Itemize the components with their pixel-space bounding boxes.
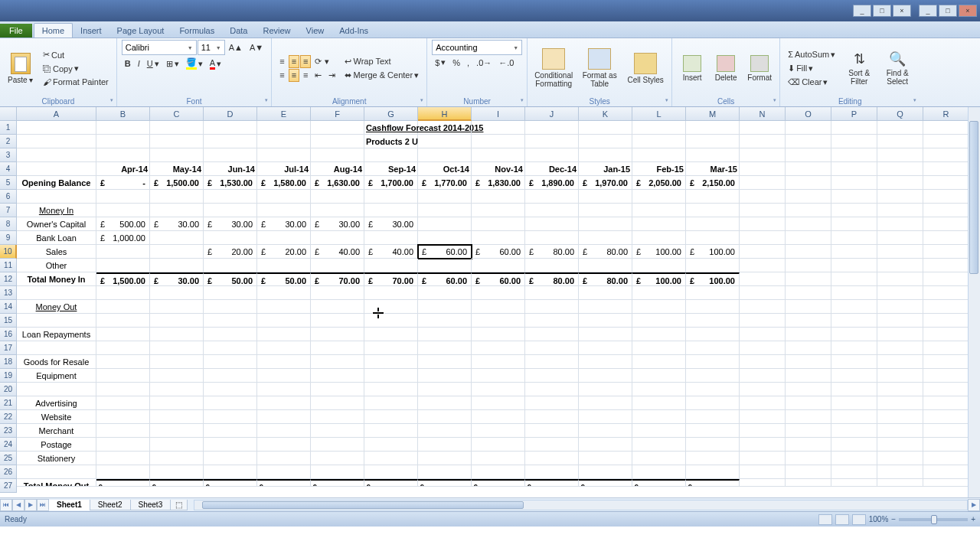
- cell-M3[interactable]: [686, 148, 740, 162]
- cell-R8[interactable]: [923, 217, 969, 231]
- cell-J2[interactable]: [525, 135, 579, 148]
- cell-E9[interactable]: [257, 231, 311, 245]
- cell-E12[interactable]: £50.00: [257, 272, 311, 286]
- cell-Q18[interactable]: [877, 355, 923, 369]
- fill-color-button[interactable]: 🪣 ▾: [183, 56, 206, 71]
- cell-P27[interactable]: [831, 479, 877, 487]
- cell-O27[interactable]: [786, 479, 831, 487]
- cell-Q14[interactable]: [877, 300, 923, 314]
- cell-K6[interactable]: [579, 190, 632, 204]
- cell-P13[interactable]: [831, 286, 877, 300]
- row-header-25[interactable]: 25: [0, 452, 17, 465]
- cell-L18[interactable]: [632, 355, 686, 369]
- cell-M20[interactable]: [686, 383, 740, 396]
- cell-H4[interactable]: Oct-14: [418, 162, 472, 176]
- row-header-2[interactable]: 2: [0, 135, 17, 148]
- cell-Q15[interactable]: [877, 314, 923, 328]
- cell-B12[interactable]: £1,500.00: [96, 272, 150, 286]
- cell-A20[interactable]: [17, 383, 96, 396]
- cell-H21[interactable]: [418, 396, 472, 410]
- cell-M1[interactable]: [686, 121, 740, 135]
- cell-G19[interactable]: [364, 369, 418, 383]
- cell-G4[interactable]: Sep-14: [364, 162, 418, 176]
- cell-Q21[interactable]: [877, 396, 923, 410]
- cell-D24[interactable]: [204, 438, 257, 452]
- row-header-5[interactable]: 5: [0, 176, 17, 190]
- cell-O20[interactable]: [786, 383, 831, 396]
- cell-I18[interactable]: [472, 355, 525, 369]
- cell-M17[interactable]: [686, 341, 740, 355]
- font-name-select[interactable]: Calibri▼: [122, 40, 197, 55]
- cell-I4[interactable]: Nov-14: [472, 162, 525, 176]
- workbook-close-button[interactable]: ×: [893, 5, 911, 17]
- row-header-10[interactable]: 10: [0, 245, 17, 259]
- column-header-G[interactable]: G: [364, 107, 418, 121]
- cell-B19[interactable]: [96, 369, 150, 383]
- cell-E10[interactable]: £20.00: [257, 245, 311, 259]
- cell-I9[interactable]: [472, 231, 525, 245]
- select-all-corner[interactable]: [0, 107, 17, 121]
- cell-L4[interactable]: Feb-15: [632, 162, 686, 176]
- align-top-button[interactable]: ≡: [276, 55, 287, 68]
- cell-H8[interactable]: [418, 217, 472, 231]
- cell-N4[interactable]: [740, 162, 786, 176]
- cell-A11[interactable]: Other: [17, 259, 96, 272]
- cell-J8[interactable]: [525, 217, 579, 231]
- cell-H19[interactable]: [418, 369, 472, 383]
- cell-G3[interactable]: [364, 148, 418, 162]
- align-center-button[interactable]: ≡: [289, 69, 299, 82]
- cell-H26[interactable]: [418, 465, 472, 479]
- delete-cells-button[interactable]: Delete: [710, 54, 741, 83]
- cell-C8[interactable]: £30.00: [150, 217, 204, 231]
- cell-E25[interactable]: [257, 452, 311, 465]
- cell-C23[interactable]: [150, 424, 204, 438]
- tab-addins[interactable]: Add-Ins: [332, 24, 376, 37]
- tab-data[interactable]: Data: [222, 24, 255, 37]
- cell-O4[interactable]: [786, 162, 831, 176]
- cell-C19[interactable]: [150, 369, 204, 383]
- cell-B10[interactable]: [96, 245, 150, 259]
- cell-Q4[interactable]: [877, 162, 923, 176]
- cell-F7[interactable]: [311, 204, 364, 217]
- cell-M13[interactable]: [686, 286, 740, 300]
- row-header-6[interactable]: 6: [0, 190, 17, 204]
- cell-Q16[interactable]: [877, 328, 923, 341]
- column-header-F[interactable]: F: [311, 107, 364, 121]
- cell-G26[interactable]: [364, 465, 418, 479]
- cell-E1[interactable]: [257, 121, 311, 135]
- cell-C6[interactable]: [150, 190, 204, 204]
- cell-O5[interactable]: [786, 176, 831, 190]
- cell-E8[interactable]: £30.00: [257, 217, 311, 231]
- row-header-3[interactable]: 3: [0, 148, 17, 162]
- cell-K25[interactable]: [579, 452, 632, 465]
- cell-L20[interactable]: [632, 383, 686, 396]
- cell-Q5[interactable]: [877, 176, 923, 190]
- cell-O7[interactable]: [786, 204, 831, 217]
- row-header-16[interactable]: 16: [0, 328, 17, 341]
- cell-I11[interactable]: [472, 259, 525, 272]
- cell-F16[interactable]: [311, 328, 364, 341]
- cell-F21[interactable]: [311, 396, 364, 410]
- conditional-formatting-button[interactable]: Conditional Formatting: [532, 47, 575, 90]
- cell-J17[interactable]: [525, 341, 579, 355]
- row-header-20[interactable]: 20: [0, 383, 17, 396]
- cell-F10[interactable]: £40.00: [311, 245, 364, 259]
- cell-L11[interactable]: [632, 259, 686, 272]
- cell-M23[interactable]: [686, 424, 740, 438]
- cell-B15[interactable]: [96, 314, 150, 328]
- cell-O11[interactable]: [786, 259, 831, 272]
- cell-L15[interactable]: [632, 314, 686, 328]
- row-header-13[interactable]: 13: [0, 286, 17, 300]
- cell-B26[interactable]: [96, 465, 150, 479]
- column-header-N[interactable]: N: [740, 107, 786, 121]
- find-select-button[interactable]: 🔍Find & Select: [880, 49, 915, 87]
- cell-D16[interactable]: [204, 328, 257, 341]
- horizontal-scrollbar[interactable]: [194, 500, 968, 510]
- cell-K23[interactable]: [579, 424, 632, 438]
- column-header-E[interactable]: E: [257, 107, 311, 121]
- cell-D6[interactable]: [204, 190, 257, 204]
- cell-B18[interactable]: [96, 355, 150, 369]
- cell-B7[interactable]: [96, 204, 150, 217]
- column-header-P[interactable]: P: [831, 107, 877, 121]
- cell-H16[interactable]: [418, 328, 472, 341]
